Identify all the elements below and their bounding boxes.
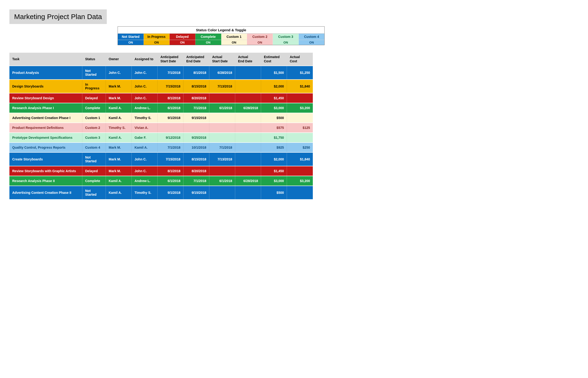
cell-antEnd: 8/15/2018 [184,80,209,93]
cell-task: Review Storyboard Design [9,93,82,103]
cell-actEnd: 6/28/2018 [235,103,261,113]
column-header-1: Status [82,53,106,66]
cell-antStart: 8/1/2018 [158,166,184,176]
cell-antStart: 8/1/2018 [158,93,184,103]
table-row: Review Storyboard DesignDelayedMark M.Jo… [9,93,313,103]
cell-actStart [209,123,235,133]
cell-antEnd: 8/20/2018 [184,93,209,103]
cell-assigned: Timothy S. [132,186,158,199]
cell-antStart: 6/1/2018 [158,176,184,186]
legend-title: Status Color Legend & Toggle [118,27,324,34]
legend-labels-row: Not StartedIn ProgressDelayedCompleteCus… [118,34,324,40]
cell-actCost: $1,840 [287,80,313,93]
cell-antStart: 7/1/2018 [158,143,184,152]
column-header-6: ActualStart Date [209,53,235,66]
legend-toggle-1[interactable]: ON [144,40,170,45]
cell-actCost [287,113,313,122]
cell-assigned: John C. [132,93,158,103]
cell-antEnd: 10/1/2018 [184,143,209,152]
table-row: Create StoryboardsNot StartedMark M.John… [9,153,313,166]
cell-antStart: 6/1/2018 [158,103,184,113]
legend-toggle-2[interactable]: ON [170,40,195,45]
cell-assigned: John C. [132,80,158,93]
cell-actCost [287,93,313,103]
cell-actEnd [235,143,261,152]
cell-actCost [287,186,313,199]
cell-antEnd [184,123,209,133]
cell-owner: Kamil A. [106,176,132,186]
cell-estCost: $575 [261,123,287,133]
cell-antStart: 7/1/2018 [158,66,184,79]
cell-assigned: John C. [132,66,158,79]
legend-toggle-3[interactable]: ON [195,40,221,45]
table-row: Product AnalysisNot StartedJohn C.John C… [9,66,313,79]
cell-actCost [287,166,313,176]
cell-owner: Mark M. [106,143,132,152]
cell-task: Advertising Content Creation Phase I [9,113,82,122]
cell-actStart: 7/1/2018 [209,143,235,152]
cell-actCost: $3,200 [287,176,313,186]
cell-antStart [158,123,184,133]
cell-owner: Kamil A. [106,113,132,122]
legend-toggles-row: ONONONONONONONON [118,40,324,45]
legend-label-7: Custom 4 [299,34,324,40]
table-row: Prototype Development SpecificationsCust… [9,133,313,142]
cell-status: Custom 1 [82,113,106,122]
cell-task: Review Storyboards with Graphic Artists [9,166,82,176]
cell-actEnd [235,113,261,122]
table-row: Design StoryboardsIn ProgressMark M.John… [9,80,313,93]
cell-actStart [209,133,235,142]
table-row: Product Requirement DefinitionsCustom 2T… [9,123,313,133]
cell-task: Research Analysis Phase I [9,103,82,113]
cell-owner: Kamil A. [106,186,132,199]
cell-actStart: 6/28/2018 [209,66,235,79]
cell-estCost: $2,000 [261,80,287,93]
cell-status: Not Started [82,186,106,199]
cell-status: Complete [82,176,106,186]
cell-actEnd [235,153,261,166]
cell-estCost: $1,750 [261,133,287,142]
cell-task: Quality Control, Progress Reports [9,143,82,152]
cell-task: Product Analysis [9,66,82,79]
cell-actStart [209,93,235,103]
cell-owner: Mark M. [106,153,132,166]
legend-label-6: Custom 3 [273,34,299,40]
cell-antEnd: 7/1/2018 [184,103,209,113]
column-header-0: Task [9,53,82,66]
cell-owner: Timothy S. [106,123,132,133]
cell-actEnd: 6/28/2018 [235,176,261,186]
cell-owner: Mark M. [106,93,132,103]
cell-actCost: $125 [287,123,313,133]
cell-estCost: $3,000 [261,176,287,186]
cell-estCost: $925 [261,143,287,152]
cell-actStart: 7/13/2018 [209,153,235,166]
column-header-8: EstimatedCost [261,53,287,66]
legend-toggle-6[interactable]: ON [273,40,299,45]
cell-task: Create Storyboards [9,153,82,166]
legend-label-2: Delayed [170,34,195,40]
cell-actEnd [235,133,261,142]
cell-status: Custom 3 [82,133,106,142]
cell-actCost [287,133,313,142]
cell-actCost: $250 [287,143,313,152]
cell-task: Advertising Content Creation Phase II [9,186,82,199]
cell-status: Custom 2 [82,123,106,133]
legend-toggle-5[interactable]: ON [247,40,273,45]
legend-toggle-4[interactable]: ON [221,40,247,45]
cell-status: In Progress [82,80,106,93]
legend-toggle-0[interactable]: ON [118,40,144,45]
cell-antEnd: 8/15/2018 [184,153,209,166]
cell-assigned: Kamil A. [132,143,158,152]
cell-owner: Kamil A. [106,133,132,142]
legend-toggle-7[interactable]: ON [299,40,324,45]
cell-actCost: $1,840 [287,153,313,166]
cell-task: Product Requirement Definitions [9,123,82,133]
cell-assigned: Andrew L. [132,176,158,186]
cell-actEnd [235,123,261,133]
legend-label-0: Not Started [118,34,144,40]
cell-antEnd: 8/20/2018 [184,166,209,176]
cell-status: Custom 4 [82,143,106,152]
table-row: Research Analysis Phase IICompleteKamil … [9,176,313,186]
cell-status: Delayed [82,93,106,103]
cell-task: Design Storyboards [9,80,82,93]
